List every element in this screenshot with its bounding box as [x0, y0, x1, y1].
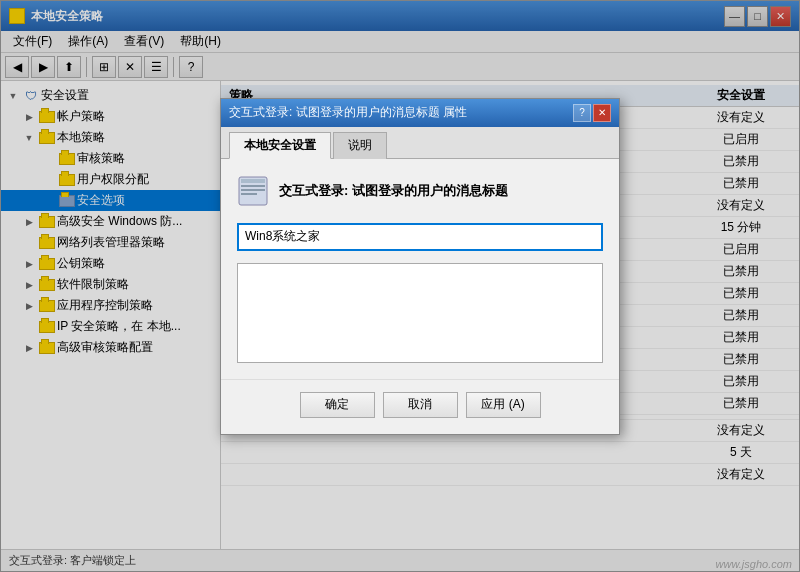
policy-icon — [237, 175, 269, 207]
policy-value-input[interactable] — [237, 223, 603, 251]
svg-rect-2 — [241, 185, 265, 187]
tab-local-security[interactable]: 本地安全设置 — [229, 132, 331, 159]
svg-rect-4 — [241, 193, 257, 195]
dialog-content: 交互式登录: 试图登录的用户的消息标题 — [221, 159, 619, 379]
dialog-header-section: 交互式登录: 试图登录的用户的消息标题 — [237, 175, 603, 207]
dialog-text-area-empty — [237, 263, 603, 363]
dialog-input-area — [237, 223, 603, 251]
dialog-title: 交互式登录: 试图登录的用户的消息标题 属性 — [229, 104, 571, 121]
dialog-buttons: 确定 取消 应用 (A) — [221, 379, 619, 434]
svg-rect-1 — [241, 179, 265, 183]
dialog-close-button[interactable]: ✕ — [593, 104, 611, 122]
tab-description[interactable]: 说明 — [333, 132, 387, 159]
svg-rect-3 — [241, 189, 265, 191]
dialog-tabs: 本地安全设置 说明 — [221, 127, 619, 159]
ok-button[interactable]: 确定 — [300, 392, 375, 418]
dialog-overlay: 交互式登录: 试图登录的用户的消息标题 属性 ? ✕ 本地安全设置 说明 — [0, 0, 800, 572]
cancel-button[interactable]: 取消 — [383, 392, 458, 418]
dialog-title-bar: 交互式登录: 试图登录的用户的消息标题 属性 ? ✕ — [221, 99, 619, 127]
apply-button[interactable]: 应用 (A) — [466, 392, 541, 418]
policy-title: 交互式登录: 试图登录的用户的消息标题 — [279, 182, 508, 200]
dialog-help-button[interactable]: ? — [573, 104, 591, 122]
dialog-window: 交互式登录: 试图登录的用户的消息标题 属性 ? ✕ 本地安全设置 说明 — [220, 98, 620, 435]
